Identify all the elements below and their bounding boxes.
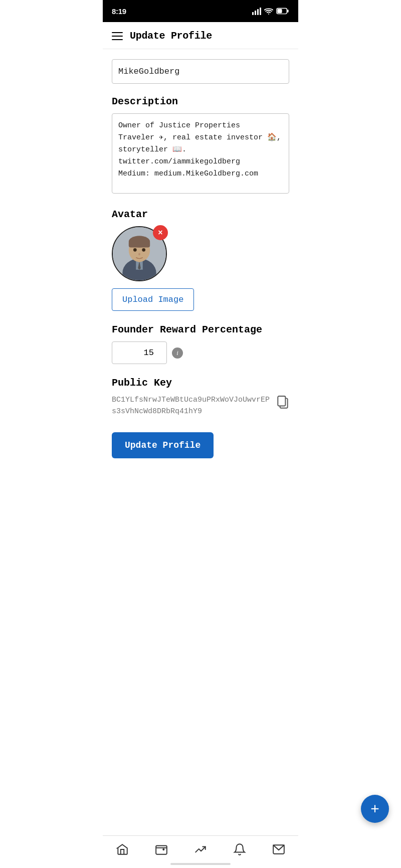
trending-up-icon (194, 843, 207, 856)
copy-icon[interactable] (276, 396, 289, 412)
signal-bars-icon (252, 8, 261, 15)
bell-icon (233, 843, 246, 856)
wallet-icon (155, 843, 168, 856)
home-indicator (170, 863, 231, 865)
public-key-section: Public Key BC1YLfsNrwJTeWBtUca9uPRxWoVJo… (112, 377, 289, 417)
svg-point-12 (133, 248, 137, 252)
menu-button[interactable] (112, 32, 123, 40)
svg-rect-17 (156, 845, 167, 854)
username-input[interactable] (112, 59, 289, 84)
svg-rect-2 (287, 10, 289, 13)
avatar-wrapper: × (112, 226, 167, 281)
wifi-icon (264, 8, 273, 15)
public-key-label: Public Key (112, 377, 289, 389)
description-label: Description (112, 96, 289, 107)
status-bar: 8:19 (103, 0, 298, 22)
status-icons (252, 8, 289, 15)
status-time: 8:19 (112, 7, 126, 16)
public-key-value: BC1YLfsNrwJTeWBtUca9uPRxWoVJoUwvrEPs3sVh… (112, 395, 271, 417)
update-profile-button[interactable]: Update Profile (112, 432, 214, 458)
description-textarea[interactable]: Owner of Justice Properties Traveler ✈️,… (112, 113, 289, 194)
mail-icon (272, 843, 285, 856)
founder-input-row: i (112, 341, 289, 364)
info-icon[interactable]: i (172, 348, 183, 359)
nav-messages[interactable] (267, 841, 290, 858)
founder-reward-input[interactable] (112, 341, 167, 364)
remove-avatar-button[interactable]: × (153, 225, 168, 240)
nav-activity[interactable] (189, 841, 212, 858)
battery-icon (276, 8, 289, 15)
svg-point-13 (142, 248, 145, 252)
founder-label: Founder Reward Percentage (112, 324, 289, 335)
nav-notifications[interactable] (228, 841, 251, 858)
header: Update Profile (103, 22, 298, 49)
page-title: Update Profile (130, 30, 212, 42)
content: Description Owner of Justice Properties … (103, 49, 298, 483)
upload-image-button[interactable]: Upload Image (112, 288, 194, 311)
svg-point-14 (138, 253, 140, 256)
svg-rect-16 (278, 396, 285, 406)
svg-rect-3 (277, 9, 282, 13)
home-icon (116, 843, 129, 856)
public-key-row: BC1YLfsNrwJTeWBtUca9uPRxWoVJoUwvrEPs3sVh… (112, 395, 289, 417)
founder-section: Founder Reward Percentage i (112, 324, 289, 364)
svg-rect-11 (129, 241, 150, 247)
copy-svg-icon (276, 396, 289, 410)
avatar-section: Avatar (112, 209, 289, 311)
svg-point-0 (268, 14, 269, 15)
avatar-label: Avatar (112, 209, 289, 220)
nav-home[interactable] (111, 841, 134, 858)
nav-wallet[interactable] (150, 841, 173, 858)
